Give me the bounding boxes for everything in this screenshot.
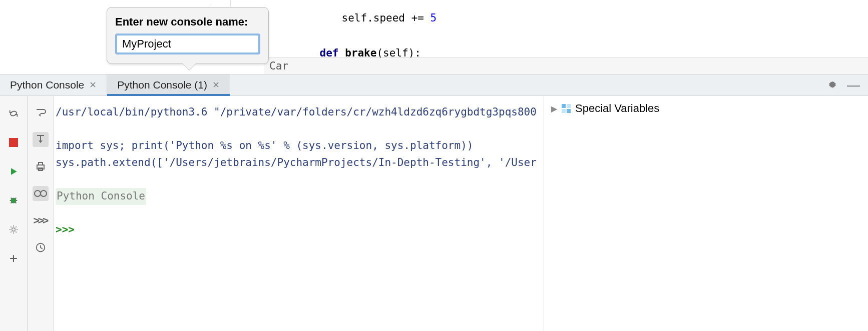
tab-python-console[interactable]: Python Console ✕	[0, 74, 107, 96]
console-name-input[interactable]	[115, 34, 260, 54]
recent-icon[interactable]	[33, 240, 49, 255]
variables-panel: ▶ Special Variables	[544, 96, 868, 331]
debug-icon[interactable]	[6, 193, 22, 208]
rerun-icon[interactable]	[6, 106, 22, 121]
svg-point-8	[41, 190, 47, 196]
svg-rect-1	[9, 138, 18, 147]
code-text: self.speed +=	[342, 12, 430, 24]
close-icon[interactable]: ✕	[89, 80, 97, 90]
console-prompt-line: >>>	[56, 222, 544, 238]
console-line: sys.path.extend(['/Users/jetbrains/Pycha…	[56, 154, 544, 172]
expand-icon[interactable]: ▶	[551, 104, 557, 114]
console-toolbar-secondary: >>>	[28, 96, 54, 331]
run-icon[interactable]	[6, 164, 22, 179]
history-icon[interactable]: >>>	[33, 213, 49, 228]
gear-icon[interactable]	[827, 80, 838, 90]
console-line	[56, 171, 544, 188]
console-toolbar-primary: +	[0, 96, 28, 331]
variables-icon	[561, 104, 571, 114]
editor-line: self.speed += 5	[316, 0, 437, 36]
soft-wrap-icon[interactable]	[33, 105, 49, 120]
show-variables-icon[interactable]	[33, 186, 49, 201]
add-icon[interactable]: +	[6, 251, 22, 266]
special-variables-label: Special Variables	[575, 102, 659, 115]
console-tabbar: Python Console ✕ Python Console (1) ✕ —	[0, 74, 868, 96]
minimize-icon[interactable]: —	[848, 80, 859, 90]
breadcrumb-item: Car	[269, 60, 288, 72]
tab-label: Python Console	[10, 79, 84, 91]
stop-icon[interactable]	[6, 135, 22, 150]
console-line	[56, 121, 544, 138]
breadcrumb[interactable]: Car	[264, 58, 868, 74]
svg-point-7	[35, 190, 41, 196]
tabbar-actions: —	[827, 74, 868, 96]
code-number: 5	[430, 12, 437, 24]
svg-point-3	[12, 228, 16, 232]
print-icon[interactable]	[33, 159, 49, 174]
console-name-highlight: Python Console	[56, 188, 544, 205]
settings-icon[interactable]	[6, 222, 22, 237]
tab-python-console-1[interactable]: Python Console (1) ✕	[107, 74, 230, 96]
console-line: import sys; print('Python %s on %s' % (s…	[56, 138, 544, 154]
console-line: /usr/local/bin/python3.6 "/private/var/f…	[56, 104, 544, 121]
close-icon[interactable]: ✕	[212, 80, 220, 90]
special-variables-row[interactable]: ▶ Special Variables	[551, 102, 861, 115]
tab-label: Python Console (1)	[117, 79, 207, 91]
rename-console-popover: Enter new console name:	[107, 7, 269, 64]
console-output[interactable]: /usr/local/bin/python3.6 "/private/var/f…	[54, 96, 544, 331]
svg-rect-13	[567, 109, 571, 113]
svg-rect-5	[39, 162, 43, 165]
scroll-to-end-icon[interactable]	[33, 132, 49, 147]
svg-rect-12	[562, 109, 566, 113]
svg-rect-11	[567, 104, 571, 108]
console-line	[56, 205, 544, 222]
svg-rect-10	[562, 104, 566, 108]
popover-title: Enter new console name:	[115, 16, 260, 28]
console-panel: + >>> /usr/local/bin/python3.6 "/private…	[0, 96, 868, 331]
prompt: >>>	[56, 224, 81, 236]
console-name-text: Python Console	[56, 188, 146, 205]
popover-tail	[182, 63, 196, 70]
